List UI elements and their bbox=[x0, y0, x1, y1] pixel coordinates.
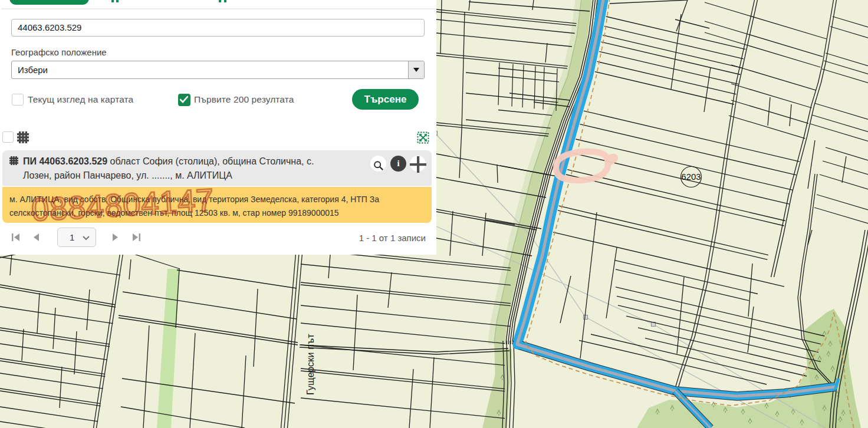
svg-text:6203: 6203 bbox=[681, 172, 701, 182]
svg-text:Гущерски път: Гущерски път bbox=[305, 334, 315, 395]
